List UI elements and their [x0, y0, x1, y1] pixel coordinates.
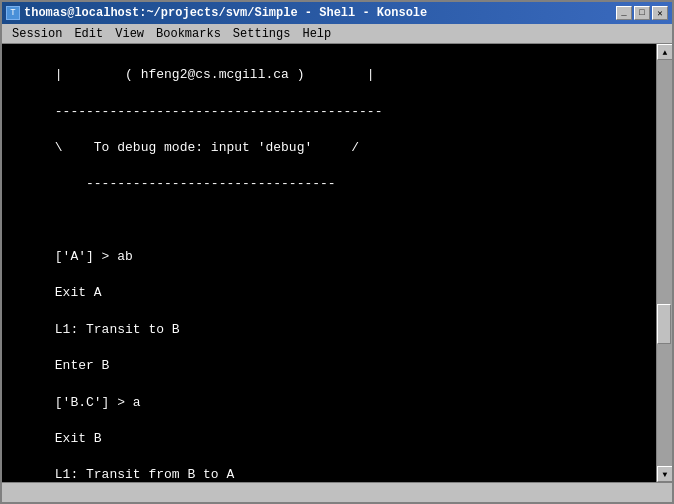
- titlebar-left: T thomas@localhost:~/projects/svm/Simple…: [6, 6, 427, 20]
- menu-edit[interactable]: Edit: [68, 27, 109, 41]
- scroll-thumb[interactable]: [657, 304, 671, 344]
- scrollbar: ▲ ▼: [656, 44, 672, 482]
- titlebar: T thomas@localhost:~/projects/svm/Simple…: [2, 2, 672, 24]
- maximize-button[interactable]: □: [634, 6, 650, 20]
- titlebar-buttons: _ □ ✕: [616, 6, 668, 20]
- terminal-line-7: L1: Transit to B: [55, 322, 180, 337]
- menu-help[interactable]: Help: [296, 27, 337, 41]
- terminal-container: | ( hfeng2@cs.mcgill.ca ) | ------------…: [2, 44, 672, 482]
- main-window: T thomas@localhost:~/projects/svm/Simple…: [0, 0, 674, 504]
- scroll-track[interactable]: [657, 60, 672, 466]
- menu-session[interactable]: Session: [6, 27, 68, 41]
- terminal-line-5: ['A'] > ab: [55, 249, 133, 264]
- terminal-line-11: L1: Transit from B to A: [55, 467, 234, 482]
- terminal-line-3: \ To debug mode: input 'debug' /: [55, 140, 359, 155]
- statusbar: [2, 482, 672, 502]
- scroll-up-button[interactable]: ▲: [657, 44, 672, 60]
- minimize-button[interactable]: _: [616, 6, 632, 20]
- terminal-line-10: Exit B: [55, 431, 102, 446]
- menu-bookmarks[interactable]: Bookmarks: [150, 27, 227, 41]
- terminal-output[interactable]: | ( hfeng2@cs.mcgill.ca ) | ------------…: [2, 44, 656, 482]
- menu-settings[interactable]: Settings: [227, 27, 297, 41]
- terminal-line-9: ['B.C'] > a: [55, 395, 141, 410]
- menu-view[interactable]: View: [109, 27, 150, 41]
- window-title: thomas@localhost:~/projects/svm/Simple -…: [24, 6, 427, 20]
- terminal-line-8: Enter B: [55, 358, 110, 373]
- app-icon: T: [6, 6, 20, 20]
- terminal-line-1: | ( hfeng2@cs.mcgill.ca ) |: [55, 67, 375, 82]
- terminal-line-6: Exit A: [55, 285, 102, 300]
- scroll-down-button[interactable]: ▼: [657, 466, 672, 482]
- menubar: Session Edit View Bookmarks Settings Hel…: [2, 24, 672, 44]
- close-button[interactable]: ✕: [652, 6, 668, 20]
- terminal-line-4: --------------------------------: [55, 176, 336, 191]
- terminal-line-2: ----------------------------------------…: [55, 104, 383, 119]
